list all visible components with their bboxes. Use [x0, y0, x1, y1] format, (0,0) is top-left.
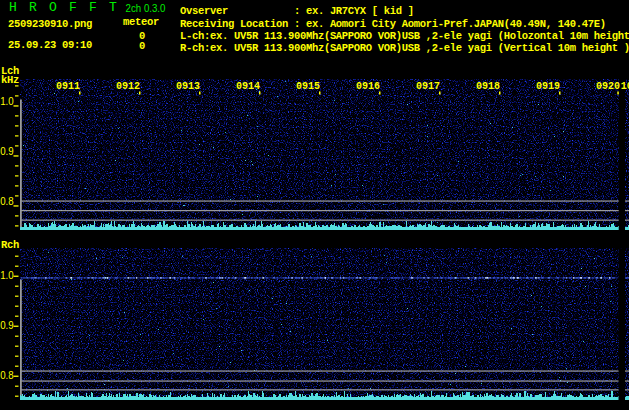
svg-text:2ch 0.3.0: 2ch 0.3.0 [126, 3, 166, 15]
svg-text:25.09.23 09:10: 25.09.23 09:10 [8, 39, 92, 51]
svg-text:0920: 0920 [596, 81, 620, 92]
svg-text:0913: 0913 [176, 81, 200, 92]
svg-text:Ovserver : ex. JR7CY: Ovserver : ex. JR7CYX [ kid ] [180, 5, 414, 17]
svg-text:1.0: 1.0 [0, 270, 14, 282]
svg-text:Rch: Rch [1, 239, 19, 251]
svg-text:R-ch:ex. UV5R 113.900Mhz(SAPPO: R-ch:ex. UV5R 113.900Mhz(SAPPORO VOR)USB… [180, 42, 629, 54]
svg-text:meteor: meteor [123, 16, 159, 28]
svg-text:2509230910.png: 2509230910.png [8, 18, 92, 30]
svg-text:0.9: 0.9 [0, 320, 14, 332]
svg-text:Receiving Location : ex. Aomor: Receiving Location : ex. Aomori City Aom… [180, 18, 606, 30]
svg-text:0915: 0915 [296, 81, 320, 92]
svg-text:kHz: kHz [1, 74, 19, 86]
svg-text:0.9: 0.9 [0, 145, 14, 157]
svg-text:0911: 0911 [56, 81, 80, 92]
svg-text:0916: 0916 [356, 81, 380, 92]
svg-text:0.8: 0.8 [0, 195, 14, 207]
svg-text:0919: 0919 [536, 81, 560, 92]
svg-text:10: 10 [621, 81, 629, 92]
svg-text:1.0: 1.0 [0, 95, 14, 107]
svg-text:L-ch:ex. UV5R 113.900Mhz(SAPPO: L-ch:ex. UV5R 113.900Mhz(SAPPORO VOR)USB… [180, 30, 629, 42]
svg-text:0.8: 0.8 [0, 370, 14, 382]
svg-text:0917: 0917 [416, 81, 440, 92]
svg-text:0912: 0912 [116, 81, 140, 92]
svg-text:H R O F F T: H R O F F T [9, 0, 119, 15]
svg-text:0918: 0918 [476, 81, 500, 92]
svg-text:0914: 0914 [236, 81, 260, 92]
svg-text:0: 0 [139, 40, 145, 52]
